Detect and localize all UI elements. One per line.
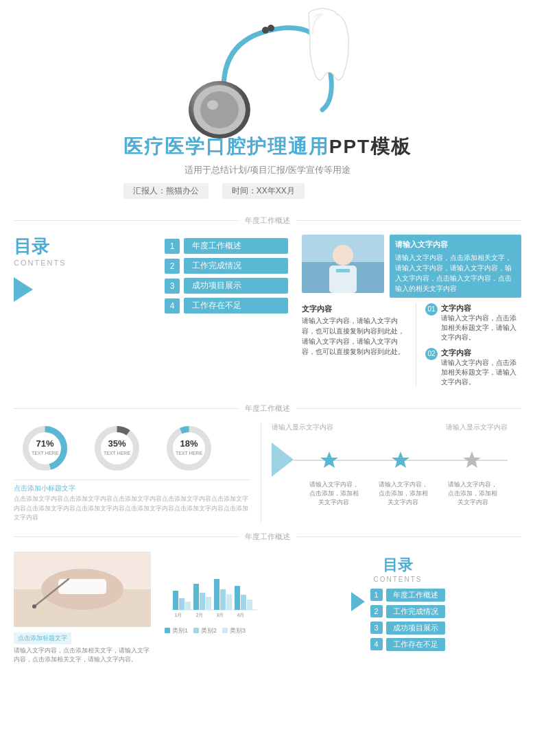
timeline-bottom-texts: 请输入文字内容，点击添加，添加相关文字内容 请输入文字内容，点击添加，添加相关文… — [272, 480, 508, 507]
toc-arrow — [14, 277, 33, 302]
timeline-header-2: 请输入显示文字内容 — [446, 423, 508, 432]
toc-content-row: 文字内容 请输入文字内容，请输入文字内容，也可以直接复制内容到此处，请输入文字内… — [302, 303, 521, 388]
hero-title-cn: 医疗医学口腔护理通用 — [123, 136, 329, 157]
bar-chart-section: 1月 2月 3月 4月 类别1 类别2 类别3 — [165, 552, 261, 665]
legend-dot-3 — [222, 628, 228, 633]
svg-rect-39 — [214, 579, 219, 610]
timeline-node-3-text: 请输入文字内容，点击添加，添加相关文字内容 — [445, 480, 500, 507]
toc-inner: 目录 CONTENTS 1 年度工作概述 2 工作完成情况 3 成功项目展示 4… — [0, 228, 535, 394]
svg-text:71%: 71% — [36, 438, 54, 449]
svg-rect-10 — [336, 269, 350, 272]
divider-label-2: 年度工作概述 — [238, 403, 297, 414]
svg-text:2月: 2月 — [196, 613, 204, 617]
hero-title-suffix: PPT模板 — [329, 136, 412, 157]
bottom-num-3: 3 — [370, 622, 383, 634]
bottom-text-3: 成功项目展示 — [386, 622, 445, 635]
legend-3: 类别3 — [222, 626, 246, 635]
hero-section: 医疗医学口腔护理通用PPT模板 适用于总结计划/项目汇报/医学宣传等用途 汇报人… — [0, 0, 535, 213]
dental-photo — [14, 552, 151, 627]
bottom-toc-arrow — [351, 592, 365, 611]
toc-item-2: 2 工作完成情况 — [165, 258, 288, 274]
timeline-headers: 请输入显示文字内容 请输入显示文字内容 — [272, 423, 508, 432]
donut-3-wrap: 18% TEXT HERE — [158, 423, 219, 474]
timeline-node-1-text: 请输入文字内容，点击添加，添加相关文字内容 — [307, 480, 361, 507]
bar-chart-svg: 1月 2月 3月 4月 — [165, 552, 261, 620]
legend-1: 类别1 — [165, 626, 188, 635]
divider-3-left — [14, 536, 238, 537]
bottom-text-2: 工作完成情况 — [386, 605, 445, 618]
toc-right-top: 请输入文字内容 请输入文字内容，点击添加相关文字，请输入文字内容，请输入文字内容… — [302, 235, 521, 298]
svg-text:TEXT HERE: TEXT HERE — [103, 451, 130, 456]
num-circle-2: 02 — [425, 348, 438, 360]
svg-rect-44 — [247, 600, 252, 610]
num-text-1: 文字内容 请输入文字内容，点击添加相关标题文字，请输入文字内容。 — [441, 303, 521, 342]
timeline-star-1 — [320, 450, 339, 469]
bottom-row: 点击添加标题文字 请输入文字内容，点击添加相关文字，请输入文字内容，点击添加相关… — [14, 552, 521, 665]
bottom-toc-title: 目录 CONTENTS — [374, 555, 423, 583]
timeline-section: 请输入显示文字内容 请输入显示文字内容 — [261, 416, 521, 530]
divider-label-1: 年度工作概述 — [238, 215, 297, 226]
toc-text-3: 成功项目展示 — [184, 278, 288, 294]
bottom-photo-label: 点击添加标题文字 — [14, 633, 71, 644]
content-desc-1: 请输入文字内容，请输入文字内容，也可以直接复制内容到此处，请输入文字内容，请输入… — [302, 316, 407, 357]
content-title-1: 文字内容 — [302, 303, 407, 315]
toc-section: 目录 CONTENTS 1 年度工作概述 2 工作完成情况 3 成功项目展示 4… — [0, 228, 535, 401]
svg-marker-23 — [320, 451, 338, 468]
svg-point-8 — [333, 245, 353, 265]
doctor-photo-svg — [302, 235, 384, 293]
svg-point-31 — [32, 604, 36, 609]
divider-1: 年度工作概述 — [0, 213, 535, 228]
svg-text:TEXT HERE: TEXT HERE — [31, 451, 58, 456]
timeline-arrow-icon — [272, 442, 294, 477]
bar-legend: 类别1 类别2 类别3 — [165, 626, 261, 635]
svg-text:TEXT HERE: TEXT HERE — [175, 451, 202, 456]
timeline-track — [272, 442, 508, 477]
dental-photo-svg — [14, 552, 151, 627]
divider-line-right — [297, 220, 521, 221]
donut-1-svg: 71% TEXT HERE — [19, 423, 71, 474]
stats-desc: 点击添加文字内容点击添加文字内容点击添加文字内容点击添加文字内容点击添加文字内容… — [14, 495, 250, 523]
svg-rect-33 — [173, 591, 178, 610]
donut-group: 71% TEXT HERE 35% TEXT HERE 18% — [14, 423, 250, 474]
bottom-num-4: 4 — [370, 638, 383, 650]
svg-marker-24 — [392, 451, 409, 468]
bottom-toc-en: CONTENTS — [374, 576, 423, 583]
arrow-right-icon — [14, 277, 33, 302]
svg-rect-34 — [179, 598, 185, 610]
timeline-nodes-row — [294, 450, 508, 469]
bottom-text-4: 工作存在不足 — [386, 638, 445, 651]
toc-blue-box: 请输入文字内容 请输入文字内容，点击添加相关文字，请输入文字内容，请输入文字内容… — [390, 235, 521, 298]
bottom-toc-content: 1 年度工作概述 2 工作完成情况 3 成功项目展示 4 工作存在不足 — [351, 589, 445, 651]
time-info: 时间：XX年XX月 — [222, 183, 305, 199]
toc-num-1: 1 — [165, 239, 180, 254]
toc-num-2: 2 — [165, 259, 180, 274]
bottom-toc-item-3: 3 成功项目展示 — [370, 622, 445, 635]
reporter-info: 汇报人：熊猫办公 — [123, 183, 209, 199]
stats-timeline-row: 71% TEXT HERE 35% TEXT HERE 18% — [0, 416, 535, 530]
bottom-toc-cn: 目录 — [374, 555, 423, 576]
divider-2-left — [14, 408, 238, 409]
bottom-photo-desc: 请输入文字内容，点击添加相关文字，请输入文字内容，点击添加相关文字，请输入文字内… — [14, 646, 151, 665]
svg-rect-37 — [200, 593, 205, 610]
timeline-node-1 — [320, 450, 339, 469]
num-text-2: 文字内容 请输入文字内容，点击添加相关标题文字，请输入文字内容。 — [441, 348, 521, 387]
toc-item-3: 3 成功项目展示 — [165, 278, 288, 294]
donut-2-wrap: 35% TEXT HERE — [86, 423, 147, 474]
bottom-toc-item-2: 2 工作完成情况 — [370, 605, 445, 618]
svg-rect-43 — [241, 595, 246, 610]
timeline-header-1: 请输入显示文字内容 — [272, 423, 333, 432]
divider-2: 年度工作概述 — [0, 401, 535, 416]
svg-rect-41 — [226, 594, 232, 610]
svg-text:1月: 1月 — [175, 613, 182, 617]
toc-title-en: CONTENTS — [14, 259, 67, 267]
toc-num-item-1: 01 文字内容 请输入文字内容，点击添加相关标题文字，请输入文字内容。 — [425, 303, 521, 342]
bottom-toc-item-1: 1 年度工作概述 — [370, 589, 445, 602]
hero-info-row: 汇报人：熊猫办公 时间：XX年XX月 — [123, 183, 412, 199]
num-circle-1: 01 — [425, 303, 438, 316]
bottom-toc-item-4: 4 工作存在不足 — [370, 638, 445, 651]
timeline-star-3 — [462, 450, 482, 469]
donut-2-svg: 35% TEXT HERE — [91, 423, 143, 474]
toc-items-list: 1 年度工作概述 2 工作完成情况 3 成功项目展示 4 工作存在不足 — [165, 238, 288, 387]
toc-text-4: 工作存在不足 — [184, 298, 288, 314]
timeline-node-2 — [391, 450, 410, 469]
